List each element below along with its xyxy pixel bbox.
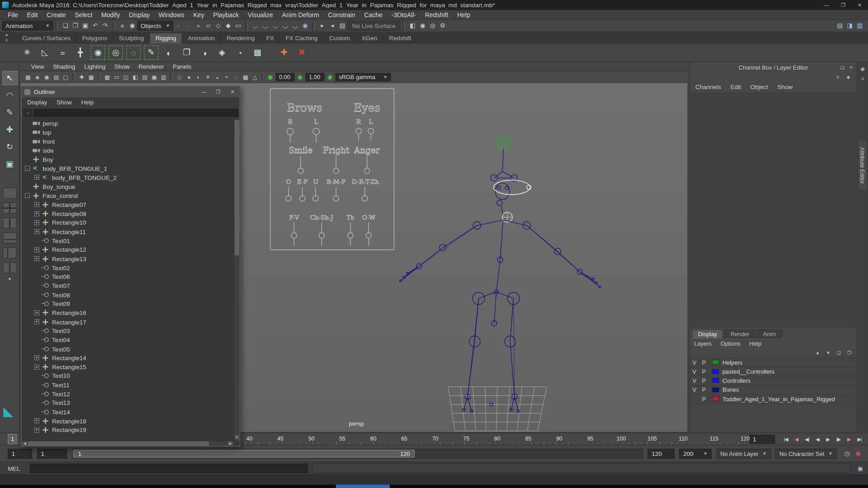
open-scene-icon[interactable]: ❐ [71,21,80,31]
grid-toggle-icon[interactable]: ▦ [103,72,112,82]
animation-preferences-icon[interactable]: ◷ [841,448,852,458]
outliner-row[interactable]: Text04 [22,335,234,344]
expand-toggle[interactable]: + [34,202,39,207]
outliner-menu-item[interactable]: Help [81,99,104,106]
shelf-tabs-menu-icon[interactable]: ▾ [1,33,12,38]
layout-outliner-persp[interactable] [3,262,17,273]
current-frame-field[interactable]: 1 [750,435,775,444]
mirror-skin-weights-icon[interactable]: ◐ [160,44,177,61]
exposure-icon[interactable]: ◉ [266,73,274,80]
layer-row[interactable]: V P Controllers [690,376,857,385]
toggle-modeling-toolkit-icon[interactable]: ▤ [835,21,845,31]
workspace-selector[interactable]: Animation▼ [2,21,53,31]
outliner-menu-item[interactable]: Show [57,99,81,106]
layer-color-swatch[interactable] [712,378,719,383]
layer-playback-toggle[interactable]: P [699,368,709,375]
outliner-row[interactable]: + Rectangle15 [22,362,234,371]
layer-editor-tab[interactable]: Anim [757,329,782,339]
lattice-icon[interactable]: ▦ [249,44,266,61]
outliner-row[interactable]: + Rectangle08 [22,209,234,218]
outliner-row[interactable]: + Rectangle13 [22,254,234,263]
layer-playback-toggle[interactable]: P [699,359,709,366]
2d-pan-zoom-icon[interactable]: ✚ [77,72,86,82]
gamma-icon[interactable]: ◉ [296,73,304,80]
outliner-row[interactable]: Text10 [22,371,234,380]
outliner-row[interactable]: Text02 [22,263,234,272]
panel-menu-icon[interactable]: ≡ [859,75,867,82]
save-scene-icon[interactable]: ▣ [80,21,90,31]
outliner-search-input[interactable] [34,109,238,117]
make-live-icon[interactable]: ◉ [300,21,310,31]
cluster-icon[interactable]: ◔ [231,44,248,61]
select-hierarchy-icon[interactable]: ≡ [118,21,127,31]
step-back-frame-button[interactable]: ◀| [802,434,812,444]
snap-to-curve-icon[interactable]: ◡ [260,21,270,31]
command-input[interactable] [30,464,308,473]
command-result-field[interactable] [312,464,851,473]
channel-box-menu-item[interactable]: Show [777,84,793,90]
output-connections-icon[interactable]: ◂ [327,21,337,31]
lock-camera-icon[interactable]: ◈ [33,72,42,82]
group-divider[interactable] [312,21,315,30]
panel-menu-item[interactable]: Lighting [80,63,110,70]
outliner-row[interactable]: front [22,137,234,146]
group-divider[interactable] [55,21,58,30]
go-to-start-button[interactable]: |◀ [781,434,791,444]
render-settings-icon[interactable]: ⚙ [438,21,448,31]
outliner-row[interactable]: top [22,128,234,137]
safe-title-icon[interactable]: ▥ [159,72,168,82]
outliner-row[interactable]: + Rectangle10 [22,218,234,227]
selection-mode-dropdown[interactable]: Objects▼ [137,21,174,31]
character-rig[interactable] [400,136,601,413]
outliner-filter-icon[interactable]: ○ [23,109,32,117]
lights-icon[interactable]: ☀ [203,72,212,82]
edit-membership-tool-icon[interactable]: ◈ [214,44,231,61]
menu-item[interactable]: Playback [209,11,244,18]
channel-list-empty[interactable] [691,93,856,328]
panel-menu-item[interactable]: View [27,63,49,70]
scroll-right-arrow-icon[interactable]: ▶ [227,441,233,446]
live-surface-field[interactable]: No Live Surface [347,21,401,31]
multisample-icon[interactable]: ▩ [241,72,250,82]
play-backwards-button[interactable]: ◀ [812,434,822,444]
shelf-tab[interactable]: Animation [182,33,221,43]
channel-box-menu-item[interactable]: Edit [731,84,741,90]
panel-menu-item[interactable]: Renderer [134,63,168,70]
layer-playback-toggle[interactable]: P [699,377,709,384]
expand-toggle[interactable]: + [34,229,39,234]
outliner-row[interactable]: Text05 [22,344,234,353]
insert-joint-tool-icon[interactable]: ╋ [72,44,89,61]
range-slider[interactable]: 1 120 [72,448,643,458]
select-dynamics-icon[interactable]: ◆ [223,21,233,31]
ipr-render-icon[interactable]: ◎ [428,21,438,31]
panel-menu-item[interactable]: Shading [48,63,80,70]
maximize-button[interactable]: ❐ [835,0,852,10]
menu-item[interactable]: Edit [23,11,42,18]
outliner-row[interactable]: + Rectangle18 [22,417,234,426]
interactive-bind-skin-icon[interactable]: ◎ [108,44,124,61]
bind-skin-icon[interactable]: ◉ [90,44,106,61]
panel-pin-icon[interactable]: ◉ [859,65,867,72]
layer-color-swatch[interactable] [712,360,719,365]
current-time-marker[interactable]: 1 [8,434,17,444]
render-current-frame-icon[interactable]: ◉ [418,21,428,31]
layout-menu-arrow-icon[interactable]: ▼ [8,277,12,282]
expand-toggle[interactable]: + [34,211,39,216]
shelf-tab[interactable]: Sculpting [113,33,150,43]
select-joints-icon[interactable]: ∙ [184,21,193,31]
outliner-close-button[interactable]: ✕ [225,89,240,94]
layers-move-down-icon[interactable]: ▼ [824,348,833,356]
outliner-row[interactable]: Text13 [22,399,234,408]
channel-box-menu-item[interactable]: Channels [695,84,721,90]
menu-item[interactable]: -3DtoAll- [387,11,420,18]
scale-tool[interactable]: ▣ [2,157,17,171]
paint-select-tool[interactable]: ✎ [2,105,17,120]
menu-item[interactable]: Cache [360,11,387,18]
safe-action-icon[interactable]: ▣ [150,72,159,82]
playback-start-field[interactable]: 1 [37,448,67,458]
resolution-gate-icon[interactable]: ◫ [121,72,131,82]
layer-visibility-toggle[interactable]: V [690,359,699,366]
shelf-tab[interactable]: Rendering [221,33,261,43]
outliner-row[interactable]: Text07 [22,281,234,290]
snap-to-projected-center-icon[interactable]: ◡ [280,21,290,31]
